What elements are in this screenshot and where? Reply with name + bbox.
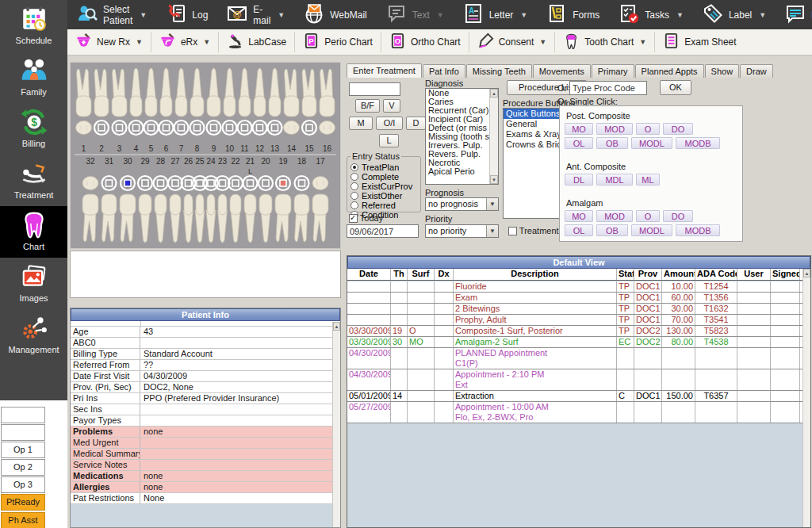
- column-header-surf[interactable]: Surf: [408, 269, 435, 280]
- chevron-down-icon[interactable]: ▼: [676, 11, 684, 19]
- today-checkbox-box[interactable]: [349, 214, 358, 223]
- toolbar-button-consent[interactable]: Consent▼: [469, 29, 555, 55]
- quick-button-amalgam-mod[interactable]: MOD: [596, 210, 633, 222]
- chevron-down-icon[interactable]: ▼: [437, 11, 444, 19]
- tab-show[interactable]: Show: [705, 64, 740, 78]
- tab-missing-teeth[interactable]: Missing Teeth: [466, 64, 532, 78]
- toolbar-button-log[interactable]: Log: [156, 0, 217, 29]
- chevron-down-icon[interactable]: ▼: [203, 38, 210, 46]
- procedure-row[interactable]: 03/30/200919OComposite-1 Surf, Posterior…: [347, 326, 802, 337]
- tab-enter-treatment[interactable]: Enter Treatment: [347, 63, 422, 78]
- scroll-up-arrow[interactable]: ▲: [490, 89, 498, 98]
- toolbar-button-labcase[interactable]: LabCase: [219, 29, 294, 55]
- procedure-row[interactable]: ExamTPDOC160.00T1356: [347, 293, 802, 304]
- diagnosis-item-revers-pulp[interactable]: Revers. Pulp.: [426, 150, 489, 159]
- status-button-ph-asst[interactable]: Ph Asst: [1, 512, 45, 528]
- toolbar-button-ortho-chart[interactable]: OOrtho Chart: [381, 29, 469, 55]
- chevron-down-icon[interactable]: ▼: [140, 11, 147, 19]
- quick-button-post-composite-mod[interactable]: MOD: [596, 123, 633, 135]
- tab-movements[interactable]: Movements: [533, 64, 591, 78]
- treatment-plans-checkbox-box[interactable]: [508, 227, 517, 235]
- toolbar-button-label[interactable]: Label▼: [693, 0, 776, 29]
- toolbar-button-perio-chart[interactable]: PPerio Chart: [295, 29, 381, 55]
- sidebar-item-chart[interactable]: Chart: [0, 206, 67, 258]
- quick-button-post-composite-o[interactable]: O: [636, 123, 660, 135]
- surface-entry-input[interactable]: [349, 82, 400, 96]
- surface-button-oi[interactable]: O/I: [376, 117, 403, 130]
- sidebar-item-billing[interactable]: $Billing: [0, 103, 67, 155]
- quick-button-post-composite-mo[interactable]: MO: [565, 123, 593, 135]
- entry-status-radio-complete[interactable]: Complete: [350, 172, 417, 182]
- patient-info-scrollbar[interactable]: ▲: [332, 322, 340, 527]
- quick-button-amalgam-mo[interactable]: MO: [565, 210, 593, 222]
- tab-primary[interactable]: Primary: [592, 64, 634, 78]
- entry-status-radio-referred[interactable]: Referred: [350, 201, 417, 210]
- toolbar-button-erx[interactable]: eRx▼: [151, 29, 218, 55]
- procedure-row[interactable]: 2 BitewingsTPDOC130.00T1632: [347, 304, 802, 315]
- chevron-down-icon[interactable]: ▼: [520, 11, 527, 19]
- quick-button-post-composite-modb[interactable]: MODB: [676, 137, 720, 149]
- quick-button-amalgam-ob[interactable]: OB: [596, 224, 628, 236]
- diagnosis-item-caries[interactable]: Caries: [426, 98, 489, 106]
- surface-button-m[interactable]: M: [349, 117, 373, 130]
- entry-status-radio-existcurprov[interactable]: ExistCurProv: [350, 182, 417, 191]
- entry-status-radio-treatplan[interactable]: TreatPlan: [350, 163, 417, 172]
- diagnosis-item-irrevers-pulp[interactable]: Irrevers. Pulp.: [426, 141, 489, 150]
- sidebar-item-family[interactable]: Family: [0, 52, 67, 103]
- toolbar-button-new-rx[interactable]: New Rx▼: [67, 29, 151, 55]
- procedure-row[interactable]: 04/30/2009PLANNED AppointmentC1(P): [347, 348, 802, 369]
- graphical-tooth-chart[interactable]: 1234567891011121314151632313029282726252…: [70, 62, 341, 249]
- operatory-button-empty[interactable]: [1, 424, 45, 441]
- sidebar-item-schedule[interactable]: Schedule: [0, 0, 67, 52]
- sidebar-item-management[interactable]: Management: [0, 309, 67, 361]
- operatory-button-op-1[interactable]: Op 1: [1, 442, 45, 458]
- toolbar-button-tasks[interactable]: Tasks▼: [609, 0, 693, 29]
- chart-note-box[interactable]: [70, 251, 341, 298]
- procedure-row[interactable]: 05/01/200914ExtractionCDOC1150.00T6357: [347, 391, 802, 402]
- chevron-down-icon[interactable]: ▼: [136, 38, 143, 46]
- surface-button-v[interactable]: V: [383, 99, 400, 113]
- procedure-row[interactable]: 04/30/2009Appointment - 2:10 PMExt: [347, 369, 802, 391]
- quick-button-amalgam-do[interactable]: DO: [663, 210, 693, 222]
- column-header-signed[interactable]: Signed: [771, 269, 800, 280]
- operatory-button-op-3[interactable]: Op 3: [1, 476, 45, 493]
- column-header-stat[interactable]: Stat: [617, 269, 634, 280]
- quick-button-post-composite-ol[interactable]: OL: [565, 137, 593, 149]
- quick-button-amalgam-modl[interactable]: MODL: [631, 224, 672, 236]
- operatory-button-op-2[interactable]: Op 2: [1, 459, 45, 476]
- column-header-description[interactable]: Description: [454, 269, 617, 280]
- status-button-ptready[interactable]: PtReady: [1, 494, 45, 511]
- quick-button-ant-composite-ml[interactable]: ML: [636, 174, 660, 186]
- toolbar-button-webmail[interactable]: WebMail: [294, 0, 376, 29]
- diagnosis-item-defect-or-miss[interactable]: Defect (or miss: [426, 124, 489, 132]
- scroll-up-arrow[interactable]: ▲: [803, 269, 810, 277]
- proc-code-input[interactable]: [569, 81, 647, 95]
- chevron-down-icon[interactable]: ▼: [639, 38, 646, 46]
- diagnosis-scrollbar[interactable]: ▲ ▼: [489, 89, 498, 184]
- today-checkbox[interactable]: Today: [349, 213, 383, 223]
- quick-button-amalgam-modb[interactable]: MODB: [676, 224, 720, 236]
- column-header-th[interactable]: Th: [391, 269, 408, 280]
- sidebar-item-images[interactable]: Images: [0, 258, 67, 309]
- sidebar-item-treatment[interactable]: Treatment: [0, 155, 67, 206]
- tab-pat-info[interactable]: Pat Info: [423, 64, 465, 78]
- quick-button-ant-composite-mdl[interactable]: MDL: [596, 174, 633, 186]
- ok-button[interactable]: OK: [660, 80, 691, 95]
- toolbar-button-letter[interactable]: ALetter▼: [454, 0, 538, 29]
- tab-draw[interactable]: Draw: [740, 64, 773, 78]
- radio-icon[interactable]: [350, 201, 358, 209]
- diagnosis-item-incipient-car[interactable]: Incipient (Car): [426, 115, 489, 124]
- quick-button-post-composite-ob[interactable]: OB: [596, 137, 628, 149]
- scroll-up-arrow[interactable]: ▲: [333, 322, 340, 331]
- diagnosis-item-recurrent-car[interactable]: Recurrent (Car): [426, 106, 489, 115]
- diagnosis-item-apical-perio[interactable]: Apical Perio: [426, 167, 489, 176]
- toolbar-button-select-patient[interactable]: Select Patient▼: [67, 0, 156, 29]
- chevron-down-icon[interactable]: ▼: [278, 11, 285, 19]
- procedure-row[interactable]: 03/30/200930MOAmalgam-2 SurfECDOC280.00T…: [347, 337, 802, 348]
- prognosis-dropdown[interactable]: no prognosis▼: [425, 197, 499, 211]
- tab-planned-appts[interactable]: Planned Appts: [635, 64, 704, 78]
- chevron-down-icon[interactable]: ▼: [539, 38, 546, 46]
- priority-dropdown[interactable]: no priority▼: [425, 224, 499, 238]
- radio-icon[interactable]: [350, 163, 358, 171]
- diagnosis-item-missing-tooth-s[interactable]: Missing (tooth s: [426, 132, 489, 141]
